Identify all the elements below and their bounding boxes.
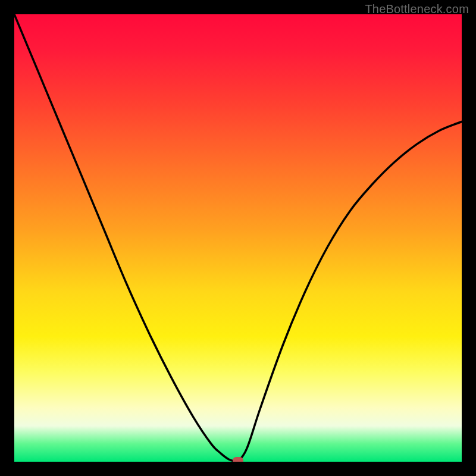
optimal-marker xyxy=(233,457,243,462)
chart-frame xyxy=(14,14,462,462)
bottleneck-curve xyxy=(14,14,462,462)
